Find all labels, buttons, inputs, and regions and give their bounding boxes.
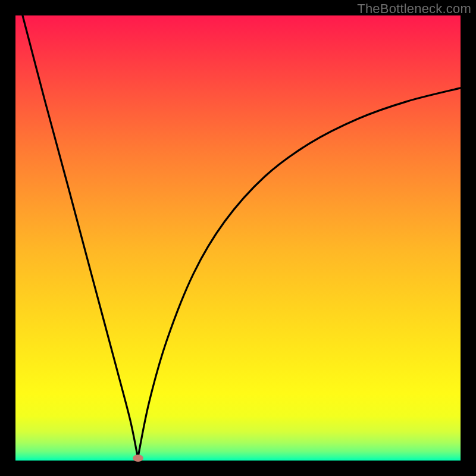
chart-plot-area [15,15,461,461]
bottleneck-curve [15,15,461,461]
minimum-marker [133,455,143,462]
watermark-text: TheBottleneck.com [357,1,471,17]
